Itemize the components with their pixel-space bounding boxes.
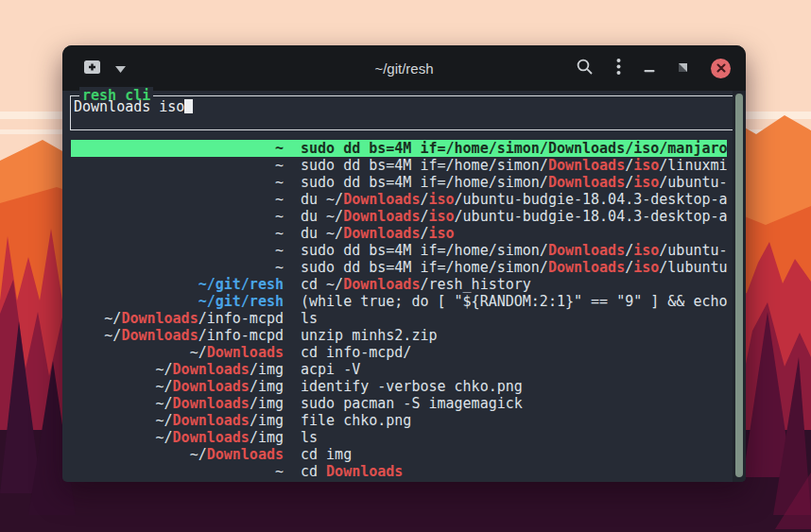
row-command: ls: [301, 310, 727, 327]
minimize-icon: [644, 60, 655, 77]
row-command: cd Downloads: [301, 463, 727, 480]
row-command: sudo dd bs=4M if=/home/simon/Downloads/i…: [301, 174, 727, 191]
row-directory: ~: [72, 463, 284, 480]
row-command: unzip minhs2.zip: [301, 327, 727, 344]
close-button[interactable]: [711, 59, 731, 78]
search-panel: resh cli Downloads iso: [70, 95, 733, 130]
terminal-content: resh cli Downloads iso ~sudo dd bs=4M if…: [62, 91, 746, 482]
row-directory: ~/git/resh: [72, 293, 284, 310]
row-command: sudo dd bs=4M if=/home/simon/Downloads/i…: [301, 259, 727, 276]
restore-button[interactable]: [678, 60, 688, 77]
chevron-down-icon: [115, 60, 126, 77]
row-directory: ~: [72, 191, 284, 208]
row-directory: ~/Downloads/info-mcpd: [72, 327, 284, 344]
kebab-menu-icon: [616, 58, 621, 79]
history-row[interactable]: ~/git/reshcd ~/Downloads/resh_history: [71, 276, 727, 293]
history-row[interactable]: ~/Downloadscd info-mcpd/: [71, 344, 727, 361]
row-directory: ~/Downloads/img: [72, 378, 284, 395]
row-command: file chko.png: [301, 412, 727, 429]
row-command: identify -verbose chko.png: [301, 378, 727, 395]
row-directory: ~: [72, 174, 284, 191]
row-command: sudo pacman -S imagemagick: [301, 395, 727, 412]
row-directory: ~/git/resh: [72, 276, 284, 293]
history-row[interactable]: ~/Downloads/info-mcpdunzip minhs2.zip: [71, 327, 727, 344]
row-command: sudo dd bs=4M if=/home/simon/Downloads/i…: [301, 140, 727, 157]
history-row[interactable]: ~/git/resh(while true; do [ "${RANDOM:2:…: [71, 293, 727, 310]
search-icon: [576, 58, 594, 79]
minimize-button[interactable]: [644, 60, 655, 77]
row-command: du ~/Downloads/iso/ubuntu-budgie-18.04.3…: [301, 208, 727, 225]
row-command: cd ~/Downloads/resh_history: [301, 276, 727, 293]
history-row[interactable]: ~/Downloads/imgacpi -V: [71, 361, 727, 378]
row-directory: ~: [72, 208, 284, 225]
row-directory: ~/Downloads: [72, 344, 284, 361]
history-row[interactable]: ~sudo dd bs=4M if=/home/simon/Downloads/…: [71, 259, 727, 276]
close-icon: [716, 60, 726, 77]
tab-dropdown-button[interactable]: [115, 60, 126, 77]
history-row[interactable]: ~du ~/Downloads/iso: [71, 225, 727, 242]
row-command: sudo dd bs=4M if=/home/simon/Downloads/i…: [301, 242, 727, 259]
row-command: acpi -V: [301, 361, 727, 378]
row-directory: ~: [72, 157, 284, 174]
history-row[interactable]: ~sudo dd bs=4M if=/home/simon/Downloads/…: [71, 157, 727, 174]
restore-icon: [678, 60, 688, 77]
row-directory: ~: [72, 140, 284, 157]
new-tab-button[interactable]: [83, 59, 102, 78]
history-row[interactable]: ~/Downloads/info-mcpdls: [71, 310, 727, 327]
row-directory: ~/Downloads/img: [72, 412, 284, 429]
history-row[interactable]: ~/Downloadscd img: [71, 446, 727, 463]
row-command: cd img: [301, 446, 727, 463]
row-command: du ~/Downloads/iso: [301, 225, 727, 242]
row-directory: ~/Downloads/img: [72, 395, 284, 412]
terminal-window: ~/git/resh: [62, 45, 746, 482]
scrollbar-thumb[interactable]: [735, 94, 743, 477]
search-input[interactable]: Downloads iso: [74, 98, 193, 115]
row-directory: ~: [72, 225, 284, 242]
titlebar[interactable]: ~/git/resh: [62, 45, 746, 91]
history-row[interactable]: ~/Downloads/imgls: [71, 429, 727, 446]
row-directory: ~/Downloads: [72, 446, 284, 463]
history-row[interactable]: ~sudo dd bs=4M if=/home/simon/Downloads/…: [71, 242, 727, 259]
menu-button[interactable]: [616, 58, 621, 79]
row-directory: ~/Downloads/info-mcpd: [72, 310, 284, 327]
text-cursor: [184, 99, 193, 113]
history-list: ~sudo dd bs=4M if=/home/simon/Downloads/…: [62, 140, 746, 480]
search-button[interactable]: [576, 58, 594, 79]
history-row[interactable]: ~du ~/Downloads/iso/ubuntu-budgie-18.04.…: [71, 191, 727, 208]
history-row[interactable]: ~du ~/Downloads/iso/ubuntu-budgie-18.04.…: [71, 208, 727, 225]
new-tab-icon: [83, 59, 102, 78]
row-command: sudo dd bs=4M if=/home/simon/Downloads/i…: [301, 157, 727, 174]
row-directory: ~/Downloads/img: [72, 361, 284, 378]
search-query-text: Downloads iso: [74, 98, 184, 115]
row-directory: ~/Downloads/img: [72, 429, 284, 446]
history-row[interactable]: ~/Downloads/imgfile chko.png: [71, 412, 727, 429]
history-row[interactable]: ~/Downloads/imgidentify -verbose chko.pn…: [71, 378, 727, 395]
row-command: (while true; do [ "${RANDOM:2:1}" == "9"…: [301, 293, 727, 310]
history-row[interactable]: ~sudo dd bs=4M if=/home/simon/Downloads/…: [71, 174, 727, 191]
history-row[interactable]: ~cd Downloads: [71, 463, 727, 480]
row-command: du ~/Downloads/iso/ubuntu-budgie-18.04.3…: [301, 191, 727, 208]
row-command: cd info-mcpd/: [301, 344, 727, 361]
history-row-selected[interactable]: ~sudo dd bs=4M if=/home/simon/Downloads/…: [71, 140, 727, 157]
history-row[interactable]: ~/Downloads/imgsudo pacman -S imagemagic…: [71, 395, 727, 412]
row-directory: ~: [72, 259, 284, 276]
row-command: ls: [301, 429, 727, 446]
row-directory: ~: [72, 242, 284, 259]
